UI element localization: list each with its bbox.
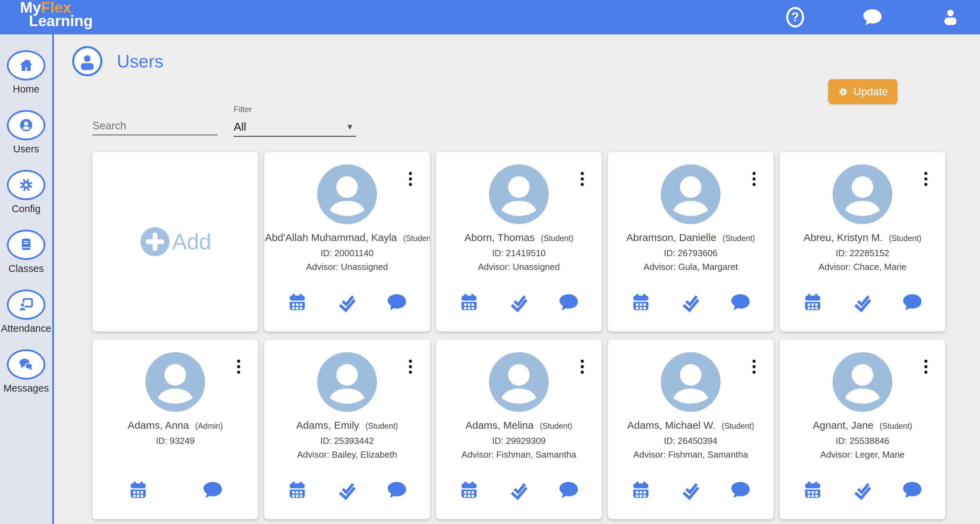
- user-role: (Student): [722, 422, 754, 431]
- add-user-card[interactable]: Add: [92, 152, 258, 331]
- user-advisor: Advisor: Bailey, Elizabeth: [264, 449, 430, 460]
- sidebar-nav: Home Users Config Classes Attendance Mes…: [0, 34, 54, 524]
- message-icon[interactable]: [387, 292, 407, 312]
- user-card[interactable]: Aborn, Thomas (Student) ID: 21419510 Adv…: [436, 152, 602, 331]
- update-button[interactable]: Update: [828, 79, 897, 104]
- avatar: [317, 352, 377, 412]
- user-name: Abreu, Kristyn M.: [804, 232, 883, 244]
- sidebar-item-label: Messages: [3, 383, 49, 394]
- user-id: ID: 25538846: [780, 436, 945, 446]
- message-icon[interactable]: [387, 480, 407, 500]
- filter-dropdown[interactable]: Filter All ▼: [234, 105, 356, 137]
- sidebar-item-config[interactable]: Config: [7, 170, 45, 215]
- avatar: [145, 352, 205, 412]
- more-options-icon[interactable]: [407, 170, 414, 188]
- calendar-icon[interactable]: [128, 480, 148, 500]
- message-icon[interactable]: [559, 480, 579, 500]
- calendar-icon[interactable]: [803, 292, 822, 312]
- card-actions: [444, 480, 593, 500]
- user-id: ID: 93249: [92, 436, 258, 446]
- user-id: ID: 29929309: [436, 436, 602, 446]
- checkin-icon[interactable]: [509, 480, 529, 500]
- user-advisor: Advisor: Fishman, Samantha: [608, 449, 773, 460]
- calendar-icon[interactable]: [459, 480, 479, 500]
- card-actions: [272, 480, 422, 500]
- message-icon[interactable]: [559, 292, 579, 312]
- more-options-icon[interactable]: [751, 358, 758, 376]
- sidebar-item-label: Classes: [8, 263, 44, 274]
- user-card[interactable]: Abreu, Kristyn M. (Student) ID: 22285152…: [780, 152, 945, 331]
- sidebar-item-label: Users: [13, 143, 39, 155]
- message-icon[interactable]: [902, 480, 922, 500]
- calendar-icon[interactable]: [631, 480, 651, 500]
- user-role: (Student): [541, 234, 573, 243]
- app-logo[interactable]: MyFlex Learning: [20, 2, 93, 27]
- more-options-icon[interactable]: [922, 170, 929, 188]
- checkin-icon[interactable]: [681, 292, 701, 312]
- sidebar-item-attendance[interactable]: Attendance: [1, 290, 51, 334]
- user-name-row: Agnant, Jane (Student): [780, 419, 945, 431]
- message-icon[interactable]: [203, 480, 223, 500]
- user-card[interactable]: Adams, Anna (Admin) ID: 93249: [92, 340, 258, 519]
- sidebar-item-home[interactable]: Home: [7, 50, 45, 95]
- checkin-icon[interactable]: [853, 292, 872, 312]
- checkin-icon[interactable]: [337, 292, 357, 312]
- calendar-icon[interactable]: [459, 292, 479, 312]
- user-role: (Student): [880, 422, 912, 431]
- filter-label: Filter: [234, 105, 356, 114]
- classes-icon: [7, 230, 45, 260]
- user-card[interactable]: Abramson, Danielle (Student) ID: 2679360…: [608, 152, 773, 331]
- user-card[interactable]: Adams, Melina (Student) ID: 29929309 Adv…: [436, 340, 602, 519]
- calendar-icon[interactable]: [287, 480, 307, 500]
- message-icon[interactable]: [730, 480, 751, 500]
- more-options-icon[interactable]: [235, 358, 242, 376]
- card-actions: [444, 292, 593, 312]
- page-header: Users: [72, 46, 164, 76]
- calendar-icon[interactable]: [287, 292, 307, 312]
- search-input[interactable]: [92, 117, 218, 135]
- chat-icon[interactable]: [862, 8, 882, 26]
- messages-icon: [7, 349, 45, 380]
- checkin-icon[interactable]: [509, 292, 529, 312]
- more-options-icon[interactable]: [922, 358, 929, 376]
- user-card[interactable]: Adams, Michael W. (Student) ID: 26450394…: [608, 340, 773, 519]
- message-icon[interactable]: [902, 292, 922, 312]
- user-advisor: Advisor: Gula, Margaret: [608, 262, 773, 272]
- checkin-icon[interactable]: [853, 480, 872, 500]
- calendar-icon[interactable]: [803, 480, 822, 500]
- card-actions: [616, 480, 765, 500]
- update-button-label: Update: [854, 86, 888, 98]
- user-name-row: Adams, Melina (Student): [436, 419, 602, 431]
- user-card[interactable]: Abd'Allah Muhammad, Kayla (Student) ID: …: [264, 152, 430, 331]
- more-options-icon[interactable]: [751, 170, 758, 188]
- sidebar-item-classes[interactable]: Classes: [7, 230, 45, 274]
- add-plus-icon: [139, 226, 171, 258]
- help-icon[interactable]: ?: [786, 7, 804, 27]
- more-options-icon[interactable]: [579, 170, 586, 188]
- user-name-row: Abreu, Kristyn M. (Student): [780, 232, 945, 244]
- user-role: (Student): [889, 234, 921, 243]
- more-options-icon[interactable]: [579, 358, 586, 376]
- user-name-row: Adams, Michael W. (Student): [608, 419, 773, 431]
- message-icon[interactable]: [730, 292, 751, 312]
- home-icon: [7, 50, 45, 80]
- user-card[interactable]: Agnant, Jane (Student) ID: 25538846 Advi…: [780, 340, 945, 519]
- user-name: Adams, Michael W.: [627, 419, 716, 431]
- user-role: (Student): [403, 234, 430, 243]
- user-id: ID: 25393442: [264, 436, 430, 446]
- sidebar-item-label: Config: [12, 203, 41, 215]
- checkin-icon[interactable]: [681, 480, 701, 500]
- sidebar-item-users[interactable]: Users: [7, 110, 45, 155]
- checkin-icon[interactable]: [337, 480, 357, 500]
- sidebar-item-messages[interactable]: Messages: [3, 349, 49, 394]
- user-advisor: [92, 449, 258, 460]
- user-name-row: Abramson, Danielle (Student): [608, 232, 773, 244]
- calendar-icon[interactable]: [631, 292, 651, 312]
- profile-icon[interactable]: [941, 8, 960, 27]
- user-name: Abramson, Danielle: [627, 232, 716, 244]
- logo-learning: Learning: [29, 15, 93, 27]
- user-name: Abd'Allah Muhammad, Kayla: [265, 232, 397, 244]
- user-id: ID: 22285152: [780, 248, 945, 258]
- user-card[interactable]: Adams, Emily (Student) ID: 25393442 Advi…: [264, 340, 430, 519]
- more-options-icon[interactable]: [407, 358, 414, 376]
